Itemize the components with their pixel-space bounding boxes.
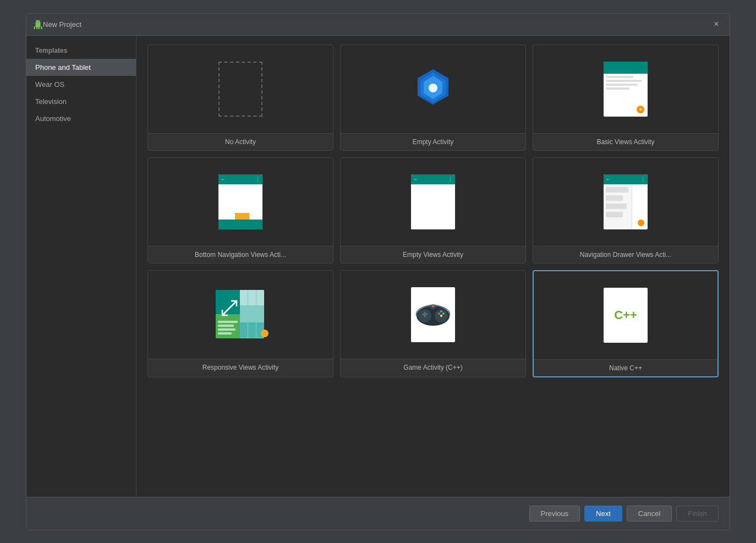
empty-activity-label: Empty Activity bbox=[341, 133, 525, 150]
sidebar-item-wear-os[interactable]: Wear OS bbox=[26, 76, 136, 93]
svg-line-4 bbox=[222, 301, 237, 315]
responsive-thumbnail bbox=[148, 271, 333, 359]
next-button[interactable]: Next bbox=[584, 506, 622, 522]
svg-rect-9 bbox=[424, 312, 426, 317]
android-icon bbox=[33, 19, 43, 29]
basic-views-label: Basic Views Activity bbox=[533, 133, 718, 150]
template-empty-views[interactable]: ← ⋮ Empty Views Activity bbox=[340, 157, 526, 264]
template-bottom-navigation[interactable]: ← ⋮ Bottom Navigation Views Acti... bbox=[147, 157, 333, 264]
bottom-bar: Previous Next Cancel Finish bbox=[26, 497, 730, 530]
template-game-activity[interactable]: Game Activity (C++) bbox=[340, 270, 526, 377]
empty-views-icon: ← ⋮ bbox=[411, 174, 455, 229]
templates-content: No Activity Empty Activity bbox=[136, 36, 730, 497]
close-button[interactable]: × bbox=[710, 18, 723, 31]
previous-button[interactable]: Previous bbox=[529, 506, 580, 522]
bottom-nav-icon: ← ⋮ bbox=[218, 174, 262, 229]
no-activity-icon bbox=[218, 62, 262, 117]
sidebar-item-automotive[interactable]: Automotive bbox=[26, 110, 136, 127]
game-icon bbox=[411, 287, 455, 342]
game-thumbnail bbox=[341, 271, 525, 359]
empty-views-thumbnail: ← ⋮ bbox=[341, 158, 525, 246]
title-bar: New Project × bbox=[26, 14, 730, 36]
native-cpp-label: Native C++ bbox=[534, 359, 717, 376]
template-responsive-views[interactable]: Responsive Views Activity bbox=[147, 270, 333, 377]
new-project-dialog: New Project × Templates Phone and Tablet… bbox=[26, 13, 730, 530]
finish-button: Finish bbox=[676, 506, 719, 522]
sidebar-section-label: Templates bbox=[26, 45, 136, 59]
empty-activity-icon bbox=[414, 67, 452, 111]
template-no-activity[interactable]: No Activity bbox=[147, 45, 333, 151]
dialog-title: New Project bbox=[43, 20, 81, 29]
nav-drawer-icon: ← ⋮ bbox=[604, 174, 648, 229]
empty-views-label: Empty Views Activity bbox=[341, 246, 525, 263]
native-cpp-icon: C++ bbox=[604, 288, 648, 343]
no-activity-thumbnail bbox=[148, 45, 333, 133]
empty-activity-thumbnail bbox=[341, 45, 525, 133]
sidebar: Templates Phone and Tablet Wear OS Telev… bbox=[26, 36, 136, 497]
nav-drawer-label: Navigation Drawer Views Acti... bbox=[533, 246, 718, 263]
template-basic-views[interactable]: + Basic Views Activity bbox=[533, 45, 719, 151]
game-activity-label: Game Activity (C++) bbox=[341, 359, 525, 376]
bottom-nav-label: Bottom Navigation Views Acti... bbox=[148, 246, 333, 263]
template-nav-drawer[interactable]: ← ⋮ Navigation Drawer bbox=[533, 157, 719, 264]
template-native-cpp[interactable]: C++ Native C++ bbox=[533, 270, 719, 377]
templates-grid: No Activity Empty Activity bbox=[147, 45, 719, 377]
main-content: Templates Phone and Tablet Wear OS Telev… bbox=[26, 36, 730, 497]
cancel-button[interactable]: Cancel bbox=[627, 506, 672, 522]
nav-drawer-thumbnail: ← ⋮ bbox=[533, 158, 718, 246]
svg-point-11 bbox=[442, 312, 445, 315]
svg-point-12 bbox=[440, 310, 442, 312]
svg-point-10 bbox=[438, 312, 440, 315]
template-empty-activity[interactable]: Empty Activity bbox=[340, 45, 526, 151]
sidebar-item-television[interactable]: Television bbox=[26, 93, 136, 110]
native-cpp-thumbnail: C++ bbox=[534, 271, 717, 359]
basic-views-thumbnail: + bbox=[533, 45, 718, 133]
responsive-icon bbox=[216, 290, 265, 339]
sidebar-item-phone-and-tablet[interactable]: Phone and Tablet bbox=[26, 59, 136, 76]
svg-point-13 bbox=[440, 315, 442, 317]
basic-views-icon: + bbox=[604, 62, 648, 117]
bottom-nav-thumbnail: ← ⋮ bbox=[148, 158, 333, 246]
svg-point-3 bbox=[429, 84, 437, 92]
no-activity-label: No Activity bbox=[148, 133, 333, 150]
responsive-label: Responsive Views Activity bbox=[148, 359, 333, 376]
